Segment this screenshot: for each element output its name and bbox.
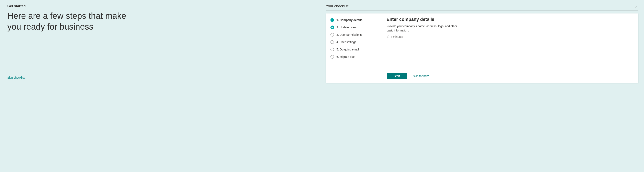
pending-step-icon	[330, 48, 334, 51]
checkmark-icon	[330, 26, 334, 29]
stopwatch-icon	[387, 35, 390, 38]
svg-line-5	[389, 36, 389, 36]
step-label: 2. Update users	[336, 26, 357, 29]
steps-list[interactable]: 1. Company details2. Update users3. User…	[326, 14, 381, 83]
step-item[interactable]: 5. Outgoing email	[330, 46, 379, 53]
step-item[interactable]: 1. Company details	[330, 16, 379, 24]
kicker-label: Get started	[7, 4, 320, 8]
detail-heading: Enter company details	[387, 17, 633, 22]
current-step-icon	[330, 18, 334, 22]
close-icon	[635, 5, 638, 9]
checklist-heading: Your checklist:	[326, 4, 638, 11]
step-label: 3. User permissions	[336, 33, 362, 36]
start-button[interactable]: Start	[387, 73, 408, 79]
pending-step-icon	[330, 40, 334, 44]
detail-description: Provide your company's name, address, lo…	[387, 24, 464, 33]
step-item[interactable]: 3. User permissions	[330, 31, 379, 38]
step-label: 1. Company details	[336, 18, 362, 22]
hero-heading: Here are a few steps that make you ready…	[7, 11, 138, 32]
skip-checklist-link[interactable]: Skip checklist	[7, 76, 320, 79]
pending-step-icon	[330, 55, 334, 59]
intro-panel: Get started Here are a few steps that ma…	[7, 4, 326, 83]
step-detail: Enter company details Provide your compa…	[381, 14, 638, 83]
step-label: 6. Migrate data	[336, 55, 356, 58]
checklist-panel: Your checklist: 1. Company details2. Upd…	[326, 4, 638, 83]
checklist-card: 1. Company details2. Update users3. User…	[326, 14, 638, 83]
duration-text: 3 minutes	[391, 35, 403, 38]
close-button[interactable]	[634, 4, 639, 10]
step-item[interactable]: 2. Update users	[330, 24, 379, 31]
pending-step-icon	[330, 33, 334, 37]
duration-row: 3 minutes	[387, 35, 633, 38]
step-label: 4. User settings	[336, 40, 356, 44]
get-started-panel: Get started Here are a few steps that ma…	[0, 0, 644, 86]
skip-for-now-button[interactable]: Skip for now	[413, 74, 428, 78]
step-label: 5. Outgoing email	[336, 48, 359, 51]
step-item[interactable]: 6. Migrate data	[330, 53, 379, 60]
step-item[interactable]: 4. User settings	[330, 38, 379, 46]
detail-actions: Start Skip for now	[387, 73, 633, 79]
